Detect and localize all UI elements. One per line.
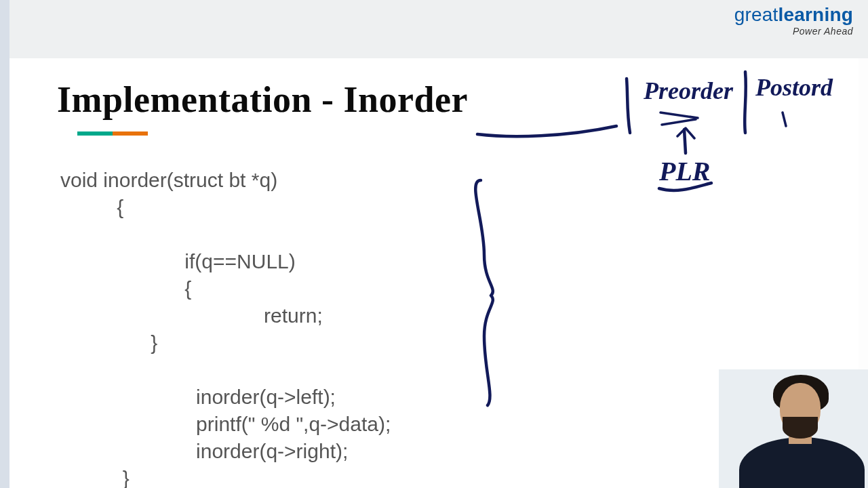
title-accent <box>77 126 148 130</box>
slide-title: Implementation - Inorder <box>57 79 468 121</box>
brand-tagline: Power Ahead <box>734 26 853 37</box>
presenter-webcam <box>719 369 868 488</box>
brand-line: greatlearning <box>734 4 853 26</box>
annot-postorder: Postord <box>755 74 833 101</box>
accent-seg-teal <box>77 131 113 136</box>
left-gutter <box>0 0 9 488</box>
header-bar: greatlearning Power Ahead <box>9 0 868 58</box>
brand-logo: greatlearning Power Ahead <box>734 4 853 37</box>
code-block: void inorder(struct bt *q) { if(q==NULL)… <box>60 167 391 488</box>
accent-seg-orange <box>113 131 148 136</box>
presenter-body <box>739 437 865 488</box>
annot-plr: PLR <box>658 156 711 186</box>
annot-preorder: Preorder <box>643 77 734 104</box>
video-frame: greatlearning Power Ahead Implementation… <box>0 0 868 488</box>
brand-part-a: great <box>734 4 778 25</box>
brand-part-b: learning <box>778 4 853 25</box>
presenter-beard <box>783 417 818 439</box>
